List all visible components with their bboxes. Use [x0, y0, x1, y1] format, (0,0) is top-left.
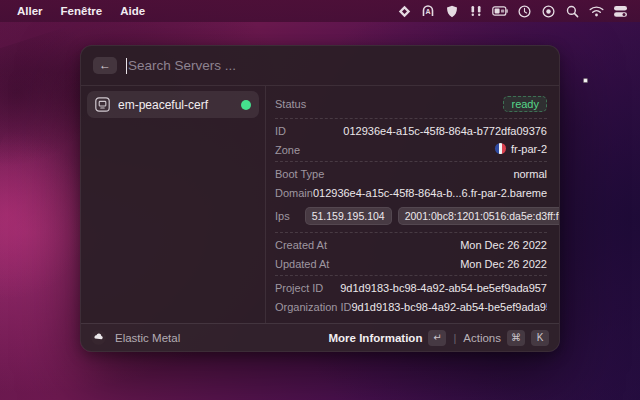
created-at-label: Created At	[275, 239, 327, 251]
shield-icon[interactable]	[440, 2, 464, 20]
actions-label: Actions	[463, 332, 501, 344]
detail-row-organization: Organization ID 9d1d9183-bc98-4a92-ab54-…	[275, 297, 547, 316]
menu-aide[interactable]: Aide	[111, 5, 154, 17]
more-information-label: More Information	[329, 332, 423, 344]
boot-type-value: normal	[324, 168, 547, 180]
ip-chip-v4: 51.159.195.104	[305, 207, 392, 225]
ip-chip-v6: 2001:0bc8:1201:0516:da5e:d3ff:fe6c:75bb	[398, 207, 559, 225]
ips-label: Ips	[275, 210, 290, 222]
server-status-dot	[241, 100, 251, 110]
window-footer: Elastic Metal More Information ↵ | Actio…	[81, 323, 559, 351]
detail-group-ownership: Project ID 9d1d9183-bc98-4a92-ab54-be5ef…	[275, 275, 547, 318]
menu-fenetre[interactable]: Fenêtre	[52, 5, 112, 17]
footer-app-label: Elastic Metal	[115, 332, 180, 344]
k-key-badge: K	[531, 330, 549, 346]
detail-row-domain: Domain 012936e4-a15c-45f8-864a-b...6.fr-…	[275, 183, 547, 202]
updated-at-label: Updated At	[275, 258, 329, 270]
status-badge: ready	[503, 96, 547, 112]
search-input[interactable]	[128, 58, 547, 73]
detail-row-boot-type: Boot Type normal	[275, 164, 547, 183]
back-button[interactable]: ←	[93, 57, 117, 74]
organization-id-label: Organization ID	[275, 301, 351, 313]
zone-value: fr-par-2	[300, 143, 547, 157]
detail-row-ips: Ips 51.159.195.104 2001:0bc8:1201:0516:d…	[275, 202, 547, 230]
france-flag-icon	[495, 143, 506, 154]
raycast-icon[interactable]	[392, 2, 416, 20]
battery-icon[interactable]	[488, 2, 512, 20]
actions-button[interactable]: Actions ⌘ K	[463, 330, 549, 346]
cmd-key-badge: ⌘	[507, 330, 525, 346]
detail-group-dates: Created At Mon Dec 26 2022 Updated At Mo…	[275, 232, 547, 275]
menubar: Aller Fenêtre Aide A	[0, 0, 640, 22]
detail-row-zone: Zone fr-par-2	[275, 140, 547, 159]
clock-icon[interactable]	[512, 2, 536, 20]
status-label: Status	[275, 98, 306, 110]
organization-id-value: 9d1d9183-bc98-4a92-ab54-be5ef9ada957	[351, 301, 547, 313]
detail-row-updated: Updated At Mon Dec 26 2022	[275, 254, 547, 273]
window-body: em-peaceful-cerf Status ready ID 012936e…	[81, 86, 559, 323]
project-id-label: Project ID	[275, 282, 323, 294]
search-bar: ←	[81, 46, 559, 86]
elastic-metal-logo-icon	[91, 330, 106, 345]
server-details: Status ready ID 012936e4-a15c-45f8-864a-…	[266, 86, 559, 323]
updated-at-value: Mon Dec 26 2022	[329, 258, 547, 270]
status-value: ready	[306, 96, 547, 112]
more-information-button[interactable]: More Information ↵	[329, 330, 447, 346]
server-icon	[95, 97, 110, 112]
domain-value: 012936e4-a15c-45f8-864a-b...6.fr-par-2.b…	[313, 187, 547, 199]
detail-group-config: Boot Type normal Domain 012936e4-a15c-45…	[275, 161, 547, 232]
launcher-window: ← em-peaceful-cerf Status ready	[80, 45, 560, 352]
detail-group-identity: ID 012936e4-a15c-45f8-864a-b772dfa09376 …	[275, 118, 547, 161]
zone-name: fr-par-2	[511, 143, 547, 155]
boot-type-label: Boot Type	[275, 168, 324, 180]
menubar-tray: A	[392, 2, 632, 20]
airpods-icon[interactable]	[464, 2, 488, 20]
detail-row-project: Project ID 9d1d9183-bc98-4a92-ab54-be5ef…	[275, 278, 547, 297]
enter-key-badge: ↵	[428, 330, 446, 346]
detail-group-status: Status ready	[275, 90, 547, 118]
svg-text:A: A	[425, 8, 430, 15]
detail-row-status: Status ready	[275, 92, 547, 116]
detail-row-id: ID 012936e4-a15c-45f8-864a-b772dfa09376	[275, 121, 547, 140]
menu-aller[interactable]: Aller	[8, 5, 52, 17]
project-id-value: 9d1d9183-bc98-4a92-ab54-be5ef9ada957	[323, 282, 547, 294]
id-value: 012936e4-a15c-45f8-864a-b772dfa09376	[286, 125, 547, 137]
footer-separator: |	[453, 332, 456, 344]
wifi-icon[interactable]	[584, 2, 608, 20]
detail-row-created: Created At Mon Dec 26 2022	[275, 235, 547, 254]
zone-label: Zone	[275, 144, 300, 156]
mouse-cursor	[583, 78, 588, 83]
server-name: em-peaceful-cerf	[118, 98, 233, 112]
ip-chips: 51.159.195.104 2001:0bc8:1201:0516:da5e:…	[305, 207, 559, 225]
list-item-server[interactable]: em-peaceful-cerf	[87, 91, 259, 118]
server-list: em-peaceful-cerf	[81, 86, 266, 323]
domain-label: Domain	[275, 187, 313, 199]
record-icon[interactable]	[536, 2, 560, 20]
id-label: ID	[275, 125, 286, 137]
created-at-value: Mon Dec 26 2022	[327, 239, 547, 251]
control-center-icon[interactable]	[608, 2, 632, 20]
app-a-icon[interactable]: A	[416, 2, 440, 20]
search-icon[interactable]	[560, 2, 584, 20]
text-caret	[126, 58, 127, 74]
